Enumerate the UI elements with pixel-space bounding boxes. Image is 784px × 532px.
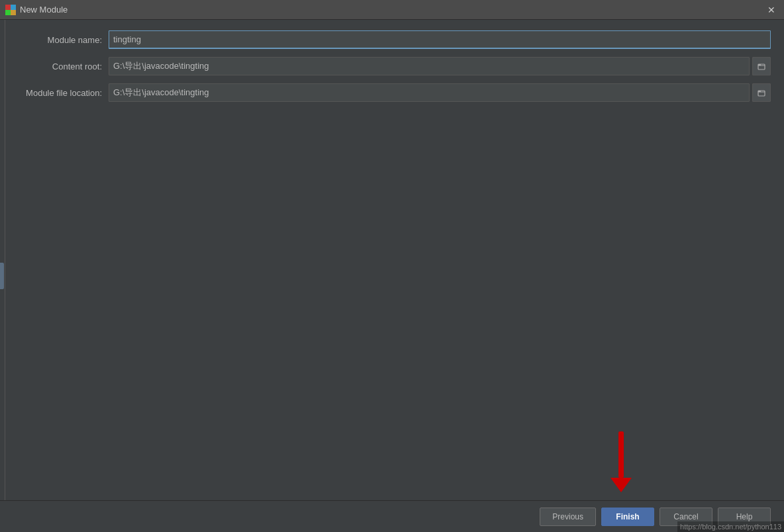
content-root-browse-button[interactable] [752, 57, 771, 75]
finish-button[interactable]: Finish [601, 508, 654, 526]
main-content: Module name: Content root: Modu [5, 20, 784, 532]
content-root-input-wrapper [109, 57, 771, 75]
close-button[interactable]: ✕ [764, 3, 779, 17]
dialog-title: New Module [20, 5, 68, 15]
svg-rect-2 [5, 10, 11, 15]
svg-rect-5 [758, 64, 761, 66]
module-file-location-label: Module file location: [16, 88, 109, 98]
arrow-head [611, 478, 632, 492]
content-root-label: Content root: [16, 62, 109, 71]
module-name-row: Module name: [16, 30, 771, 49]
watermark: https://blog.csdn.net/python113 [677, 521, 784, 532]
svg-rect-1 [11, 5, 16, 10]
module-icon [5, 5, 16, 15]
content-root-row: Content root: [16, 57, 771, 75]
module-file-location-input-wrapper [109, 83, 771, 102]
button-bar: Previous Finish Cancel Help [0, 500, 784, 532]
arrow-shaft [618, 431, 624, 478]
left-sidebar [0, 20, 5, 532]
module-name-input-wrapper [109, 30, 771, 49]
svg-rect-0 [5, 5, 11, 10]
module-file-location-row: Module file location: [16, 83, 771, 102]
previous-button[interactable]: Previous [540, 508, 596, 526]
arrow-indicator [611, 431, 632, 492]
module-file-location-browse-button[interactable] [752, 83, 771, 102]
svg-rect-3 [11, 10, 16, 15]
title-bar-left: New Module [5, 5, 68, 15]
module-name-input[interactable] [109, 30, 771, 49]
module-file-location-input[interactable] [109, 83, 750, 102]
svg-rect-7 [758, 91, 761, 92]
title-bar: New Module ✕ [0, 0, 784, 20]
sidebar-marker [0, 263, 4, 289]
content-root-input[interactable] [109, 57, 750, 75]
module-name-label: Module name: [16, 35, 109, 45]
dialog-body: Module name: Content root: Modu [0, 20, 784, 532]
